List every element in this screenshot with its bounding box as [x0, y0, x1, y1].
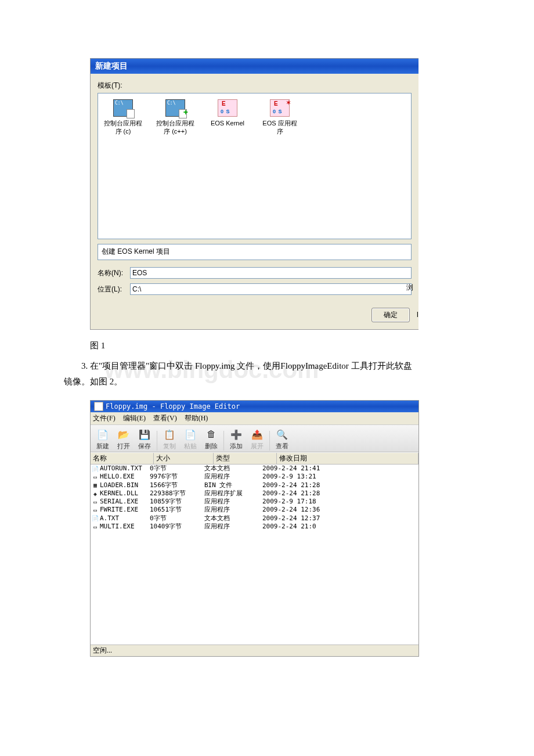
file-type: 文本文档	[204, 514, 262, 523]
file-date: 2009-2-24 12:36	[262, 506, 418, 514]
template-label: 控制台应用程序 (c++)	[155, 119, 196, 136]
template-label: EOS Kernel	[207, 119, 248, 127]
file-icon: 📄	[92, 514, 99, 523]
保存-icon: 💾	[137, 427, 152, 441]
file-list-header: 名称 大小 类型 修改日期	[91, 452, 418, 465]
file-type: 应用程序	[204, 523, 262, 531]
toolbar-删除[interactable]: 🗑删除	[201, 427, 221, 451]
file-name: A.TXT	[100, 514, 150, 523]
file-row[interactable]: ▭MULTI.EXE10409字节应用程序2009-2-24 21:0	[91, 523, 418, 531]
name-label: 名称(N):	[98, 268, 127, 278]
toolbar-label: 保存	[135, 442, 154, 451]
name-input[interactable]	[130, 267, 412, 279]
menu-file[interactable]: 文件(F)	[93, 414, 116, 422]
toolbar-添加[interactable]: ➕添加	[226, 427, 246, 451]
template-console-c[interactable]: 控制台应用程序 (c)	[103, 99, 143, 136]
toolbar-label: 复制	[160, 442, 179, 451]
打开-icon: 📂	[116, 427, 131, 441]
展开-icon: 📤	[250, 427, 265, 441]
floppy-editor-window: Floppy.img - Floppy Image Editor 文件(F) 编…	[90, 400, 419, 657]
toolbar-保存[interactable]: 💾保存	[135, 427, 154, 451]
menu-view[interactable]: 查看(V)	[153, 414, 177, 422]
dialog-title: 新建项目	[91, 59, 418, 74]
toolbar-复制: 📋复制	[160, 427, 179, 451]
template-label: 控制台应用程序 (c)	[103, 119, 143, 136]
添加-icon: ➕	[229, 427, 244, 441]
file-date: 2009-2-24 12:37	[262, 514, 418, 523]
file-size: 9976字节	[150, 473, 204, 481]
console-plus-icon: +	[165, 99, 185, 117]
file-icon: ◈	[92, 489, 99, 498]
paragraph-text: 3. 在"项目管理器"窗口中双击 Floppy.img 文件，使用FloppyI…	[64, 361, 412, 386]
col-type[interactable]: 类型	[214, 453, 277, 464]
toolbar-打开[interactable]: 📂打开	[114, 427, 134, 451]
toolbar-查看[interactable]: 🔍查看	[272, 427, 292, 451]
toolbar-label: 粘贴	[181, 442, 200, 451]
file-type: 应用程序扩展	[204, 489, 262, 498]
file-date: 2009-2-24 21:41	[262, 465, 418, 473]
cancel-stub: I	[417, 311, 418, 319]
file-icon: ▭	[92, 498, 99, 506]
file-date: 2009-2-24 21:28	[262, 481, 418, 489]
file-row[interactable]: ▦LOADER.BIN1566字节BIN 文件2009-2-24 21:28	[91, 481, 418, 489]
查看-icon: 🔍	[275, 427, 290, 441]
file-name: FWRITE.EXE	[100, 506, 150, 514]
template-eos-app[interactable]: ✶ EOS 应用程序	[259, 99, 300, 136]
file-row[interactable]: ▭HELLO.EXE9976字节应用程序2009-2-9 13:21	[91, 473, 418, 481]
toolbar-label: 查看	[272, 442, 292, 451]
删除-icon: 🗑	[204, 427, 219, 441]
file-icon: ▭	[92, 473, 99, 481]
file-row[interactable]: 📄A.TXT0字节文本文档2009-2-24 12:37	[91, 514, 418, 523]
templates-list[interactable]: 控制台应用程序 (c) + 控制台应用程序 (c++) EOS Kernel ✶…	[98, 93, 412, 239]
file-name: AUTORUN.TXT	[100, 465, 150, 473]
file-size: 0字节	[150, 514, 204, 523]
file-type: 应用程序	[204, 506, 262, 514]
file-date: 2009-2-24 21:0	[262, 523, 418, 531]
console-icon	[113, 99, 133, 117]
ok-button[interactable]: 确定	[371, 308, 410, 322]
template-console-cpp[interactable]: + 控制台应用程序 (c++)	[155, 99, 196, 136]
file-date: 2009-2-9 13:21	[262, 473, 418, 481]
browse-button[interactable]: 浏	[406, 283, 413, 293]
toolbar-新建[interactable]: 📄新建	[93, 427, 113, 451]
toolbar-粘贴: 📄粘贴	[181, 427, 200, 451]
file-type: BIN 文件	[204, 481, 262, 489]
templates-label: 模板(T):	[91, 80, 418, 92]
file-size: 229388字节	[150, 489, 204, 498]
file-list[interactable]: 📄AUTORUN.TXT0字节文本文档2009-2-24 21:41▭HELLO…	[91, 465, 418, 645]
toolbar: 📄新建📂打开💾保存📋复制📄粘贴🗑删除➕添加📤展开🔍查看	[91, 425, 418, 452]
toolbar-展开: 📤展开	[247, 427, 267, 451]
col-size[interactable]: 大小	[154, 453, 214, 464]
eos-app-icon: ✶	[270, 99, 290, 117]
statusbar: 空闲...	[91, 645, 418, 656]
location-input[interactable]	[130, 283, 412, 295]
file-name: SERIAL.EXE	[100, 498, 150, 506]
toolbar-label: 新建	[93, 442, 113, 451]
file-row[interactable]: ▭SERIAL.EXE10859字节应用程序2009-2-9 17:18	[91, 498, 418, 506]
col-name[interactable]: 名称	[91, 453, 154, 464]
template-eos-kernel[interactable]: EOS Kernel	[207, 99, 248, 127]
menu-edit[interactable]: 编辑(E)	[123, 414, 146, 422]
file-icon: 📄	[92, 465, 99, 473]
name-row: 名称(N):	[91, 265, 418, 281]
menu-help[interactable]: 帮助(H)	[185, 414, 208, 422]
toolbar-separator	[157, 431, 157, 451]
app-icon	[94, 402, 103, 411]
file-size: 1566字节	[150, 481, 204, 489]
location-label: 位置(L):	[98, 285, 127, 294]
menubar[interactable]: 文件(F) 编辑(E) 查看(V) 帮助(H)	[91, 412, 418, 425]
file-date: 2009-2-24 21:28	[262, 489, 418, 498]
instruction-paragraph: www.bingdoc.com 3. 在"项目管理器"窗口中双击 Floppy.…	[64, 358, 412, 390]
file-row[interactable]: ◈KERNEL.DLL229388字节应用程序扩展2009-2-24 21:28	[91, 489, 418, 498]
toolbar-label: 添加	[226, 442, 246, 451]
file-size: 10859字节	[150, 498, 204, 506]
file-row[interactable]: 📄AUTORUN.TXT0字节文本文档2009-2-24 21:41	[91, 465, 418, 473]
新建-icon: 📄	[95, 427, 110, 441]
file-size: 0字节	[150, 465, 204, 473]
file-name: LOADER.BIN	[100, 481, 150, 489]
file-name: HELLO.EXE	[100, 473, 150, 481]
editor-title: Floppy.img - Floppy Image Editor	[106, 402, 240, 411]
file-row[interactable]: ▭FWRITE.EXE10651字节应用程序2009-2-24 12:36	[91, 506, 418, 514]
location-row: 位置(L):	[91, 281, 418, 297]
col-date[interactable]: 修改日期	[277, 453, 418, 464]
